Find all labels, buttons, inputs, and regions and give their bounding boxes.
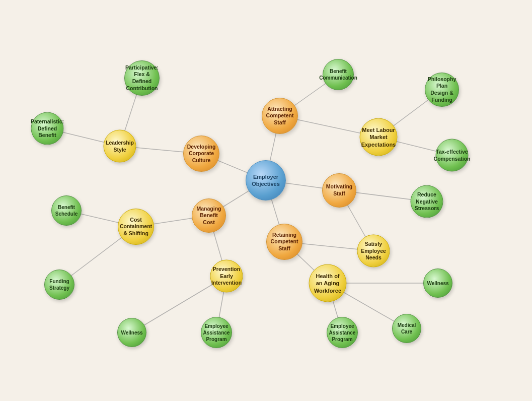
node-label-medical-care: Medical Care — [397, 322, 417, 335]
node-label-wellness-left: Wellness — [121, 329, 142, 336]
node-label-satisfy-employee: Satisfy Employee Needs — [361, 241, 386, 261]
node-funding-strategy[interactable]: Funding Strategy — [44, 270, 74, 300]
node-label-philosophy-plan: Philosophy Plan Design & Funding — [428, 76, 457, 104]
node-paternalistic[interactable]: Paternalistic: Defined Benefit — [31, 112, 64, 145]
connector-lines — [0, 0, 532, 401]
node-employer-objectives[interactable]: Employer Objectives — [246, 160, 286, 201]
node-label-reduce-stressors: Reduce Negative Stressors — [415, 191, 439, 212]
node-label-eap-bottom-right: Employee Assistance Program — [329, 323, 356, 343]
node-benefit-schedule[interactable]: Benefit Schedule — [51, 195, 82, 226]
node-satisfy-employee[interactable]: Satisfy Employee Needs — [357, 235, 390, 268]
node-health-aging[interactable]: Health of an Aging Workforce — [309, 264, 347, 302]
node-label-employer-objectives: Employer Objectives — [250, 173, 281, 188]
node-wellness-left[interactable]: Wellness — [117, 318, 146, 347]
node-reduce-stressors[interactable]: Reduce Negative Stressors — [411, 185, 443, 218]
node-managing-cost[interactable]: Managing Benefit Cost — [192, 198, 226, 233]
node-benefit-communication[interactable]: Benefit Communication — [323, 59, 354, 90]
mind-map-container: Employer ObjectivesAttracting Competent … — [0, 0, 532, 401]
node-philosophy-plan[interactable]: Philosophy Plan Design & Funding — [425, 73, 459, 107]
node-motivating-staff[interactable]: Motivating Staff — [322, 173, 356, 208]
node-eap-bottom-left[interactable]: Employee Assistance Program — [201, 317, 232, 348]
node-tax-effective[interactable]: Tax-effective Compensation — [436, 139, 469, 172]
node-label-paternalistic: Paternalistic: Defined Benefit — [31, 118, 64, 139]
node-label-cost-containment: Cost Containment & Shifting — [120, 217, 152, 237]
node-medical-care[interactable]: Medical Care — [392, 314, 421, 343]
node-attracting-staff[interactable]: Attracting Competent Staff — [262, 98, 298, 134]
node-label-tax-effective: Tax-effective Compensation — [434, 148, 471, 162]
node-label-wellness-right: Wellness — [427, 280, 448, 287]
node-wellness-right[interactable]: Wellness — [423, 269, 452, 298]
node-meet-labour[interactable]: Meet Labour Market Expectations — [360, 118, 398, 156]
node-label-benefit-communication: Benefit Communication — [319, 68, 357, 81]
node-label-benefit-schedule: Benefit Schedule — [55, 204, 78, 217]
node-label-retaining-staff: Retaining Competent Staff — [271, 232, 298, 252]
node-participative[interactable]: Participative: Flex & Defined Contributi… — [124, 60, 160, 96]
node-prevention-early[interactable]: Prevention Early Intervention — [210, 260, 243, 293]
node-retaining-staff[interactable]: Retaining Competent Staff — [266, 224, 302, 260]
node-label-attracting-staff: Attracting Competent Staff — [266, 106, 294, 126]
node-label-health-aging: Health of an Aging Workforce — [314, 273, 342, 294]
node-label-prevention-early: Prevention Early Intervention — [211, 266, 242, 287]
node-label-meet-labour: Meet Labour Market Expectations — [361, 126, 396, 148]
node-developing-culture[interactable]: Developing Corporate Culture — [183, 136, 219, 172]
node-eap-bottom-right[interactable]: Employee Assistance Program — [327, 317, 358, 348]
node-label-leadership-style: Leadership Style — [106, 139, 134, 153]
node-label-managing-cost: Managing Benefit Cost — [196, 206, 221, 226]
node-cost-containment[interactable]: Cost Containment & Shifting — [118, 209, 154, 245]
node-label-funding-strategy: Funding Strategy — [49, 278, 70, 291]
node-leadership-style[interactable]: Leadership Style — [104, 130, 136, 163]
node-label-eap-bottom-left: Employee Assistance Program — [203, 323, 230, 343]
node-label-developing-culture: Developing Corporate Culture — [187, 144, 216, 164]
node-label-motivating-staff: Motivating Staff — [326, 183, 353, 197]
node-label-participative: Participative: Flex & Defined Contributi… — [125, 64, 159, 92]
